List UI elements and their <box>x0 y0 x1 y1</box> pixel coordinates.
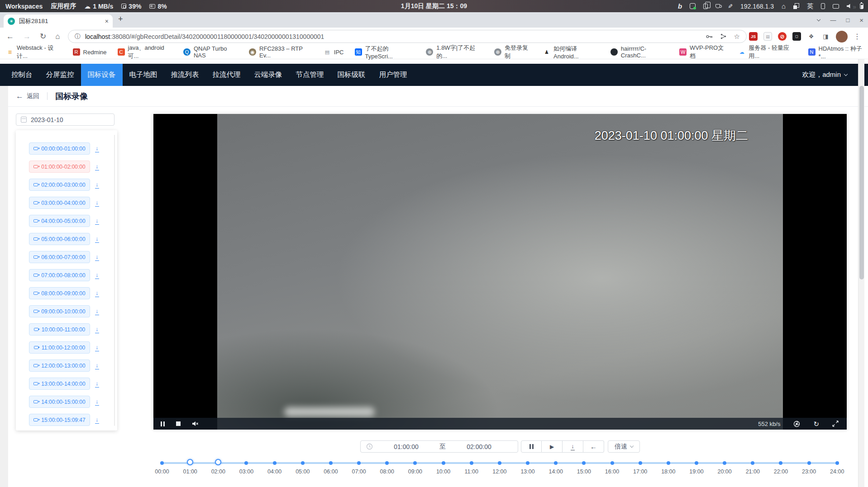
segment-download-button[interactable]: ↓ <box>95 398 99 406</box>
password-key-icon[interactable] <box>706 34 713 39</box>
bookmark-item[interactable]: ⊕ 1.8W字|了不起的... <box>426 44 483 60</box>
timeline-hour-dot[interactable] <box>301 461 305 465</box>
list-scrollbar[interactable] <box>114 135 115 426</box>
bookmark-item[interactable]: R Redmine <box>73 48 107 56</box>
segment-button[interactable]: 15:00:00-15:09:47 <box>29 414 90 426</box>
site-info-icon[interactable]: ⓘ <box>75 33 81 41</box>
scrollbar-thumb[interactable] <box>859 86 864 279</box>
nav-item[interactable]: 分屏监控 <box>39 64 81 86</box>
timeline-hour-dot[interactable] <box>357 461 361 465</box>
color-picker-icon[interactable]: ✎ <box>727 4 734 9</box>
bookmark-item[interactable]: ⊕ 免登录复制 <box>494 44 532 60</box>
window-minimize-icon[interactable]: — <box>830 17 836 24</box>
segment-button[interactable]: 07:00:00-08:00:00 <box>29 269 90 281</box>
segment-button[interactable]: 08:00:00-09:00:00 <box>29 287 90 299</box>
share-icon[interactable] <box>720 33 726 39</box>
nav-item[interactable]: 推流列表 <box>164 64 206 86</box>
coffee-cup-icon[interactable] <box>715 4 720 8</box>
timeline-hour-dot[interactable] <box>554 461 558 465</box>
segment-download-button[interactable]: ↓ <box>95 380 99 388</box>
timeline-handle-end[interactable] <box>215 459 221 465</box>
bookmark-item[interactable]: W WVP-PRO文档 <box>679 44 727 60</box>
side-panel-icon[interactable]: ◨ <box>821 32 830 41</box>
segment-button[interactable]: 03:00:00-04:00:00 <box>29 197 90 209</box>
timeline-hour-dot[interactable] <box>582 461 586 465</box>
timeline-hour-dot[interactable] <box>273 461 277 465</box>
battery-icon[interactable] <box>860 3 863 9</box>
tray-app-icon-b[interactable]: b <box>678 2 682 10</box>
fullscreen-icon[interactable] <box>832 421 839 427</box>
nav-item[interactable]: 节点管理 <box>289 64 331 86</box>
nav-item[interactable]: 国标设备 <box>81 64 123 86</box>
player-pause-icon[interactable] <box>161 421 165 426</box>
address-bar[interactable]: ⓘ localhost:38080/#/gbRecordDetail/34020… <box>68 30 747 43</box>
segment-download-button[interactable]: ↓ <box>95 145 99 152</box>
nav-item[interactable]: 控制台 <box>5 64 39 86</box>
input-method-indicator[interactable]: 英 <box>807 2 813 10</box>
segment-download-button[interactable]: ↓ <box>95 271 99 279</box>
nav-item[interactable]: 国标级联 <box>331 64 372 86</box>
bookmark-item[interactable]: ♟ 如何编译Android... <box>543 45 600 60</box>
player-stop-icon[interactable] <box>176 421 181 426</box>
timeline-hour-dot[interactable] <box>751 461 754 465</box>
segment-button[interactable]: 01:00:00-02:00:00 <box>29 161 90 173</box>
video-player[interactable]: 2023-01-10 01:00:00 星期二 552 kb/s ↻ <box>153 114 847 430</box>
bookmark-item[interactable]: Q QNAP Turbo NAS <box>183 45 238 59</box>
timeline-hour-dot[interactable] <box>413 461 417 465</box>
segment-download-button[interactable]: ↓ <box>95 181 99 189</box>
bookmark-item[interactable]: 知 了不起的 TypeScri... <box>355 45 415 60</box>
display-icon[interactable] <box>833 4 839 9</box>
reload-icon[interactable]: ↻ <box>40 32 46 41</box>
ip-address-indicator[interactable]: 192.168.1.3 <box>740 3 774 10</box>
download-button[interactable]: ↓ <box>563 440 583 453</box>
segment-button[interactable]: 00:00:00-01:00:00 <box>29 142 90 155</box>
play-button[interactable]: ▶ <box>542 440 563 453</box>
volume-icon[interactable] <box>847 4 852 9</box>
nav-item[interactable]: 云端录像 <box>248 64 289 86</box>
segment-download-button[interactable]: ↓ <box>95 253 99 261</box>
bookmark-item[interactable]: C java、android可... <box>118 44 172 60</box>
profile-avatar[interactable] <box>836 31 848 43</box>
bookmark-item[interactable]: hairrrrr/C-CrashC... <box>610 45 668 59</box>
new-tab-button[interactable]: + <box>118 14 123 24</box>
segment-button[interactable]: 12:00:00-13:00:00 <box>29 359 90 372</box>
bookmark-item[interactable]: ◉ RFC2833 – RTP Ev... <box>249 45 313 59</box>
windows-overlap-icon[interactable] <box>793 3 799 9</box>
window-maximize-icon[interactable]: □ <box>846 17 849 24</box>
timeline-hour-dot[interactable] <box>610 461 614 465</box>
segment-download-button[interactable]: ↓ <box>95 344 99 351</box>
browser-home-icon[interactable]: ⌂ <box>55 32 60 41</box>
speed-button[interactable]: 倍速 <box>608 440 640 453</box>
applications-menu[interactable]: 应用程序 <box>51 2 76 10</box>
end-time-value[interactable]: 02:00:00 <box>446 443 512 450</box>
segment-button[interactable]: 10:00:00-11:00:00 <box>29 323 90 336</box>
date-picker[interactable]: 2023-01-10 <box>16 113 114 126</box>
timeline-hour-dot[interactable] <box>244 461 248 465</box>
screenshot-extension-icon[interactable]: ◻ <box>792 32 801 41</box>
timeline-hour-dot[interactable] <box>526 461 529 465</box>
segment-button[interactable]: 02:00:00-03:00:00 <box>29 179 90 191</box>
back-button[interactable]: ← 返回 <box>16 92 39 100</box>
segment-download-button[interactable]: ↓ <box>95 217 99 225</box>
timeline-hour-dot[interactable] <box>639 461 642 465</box>
pause-button[interactable] <box>521 440 542 453</box>
timeline-hour-dot[interactable] <box>329 461 333 465</box>
bookmark-item[interactable]: ▤ IPC <box>324 48 344 56</box>
bookmark-item[interactable]: ☁ 服务器 - 轻量应用... <box>738 44 797 60</box>
nav-item[interactable]: 用户管理 <box>372 64 414 86</box>
bookmarks-overflow-chevron[interactable]: » <box>853 3 856 10</box>
home-icon[interactable]: ⌂ <box>782 2 786 10</box>
timeline-hour-dot[interactable] <box>723 461 726 465</box>
timeline-handle-start[interactable] <box>187 459 193 465</box>
adblock-extension-icon[interactable]: ⊘ <box>778 32 787 41</box>
snapshot-icon[interactable] <box>793 421 800 427</box>
browser-tab[interactable]: ∗ 国标28181 × <box>4 14 113 28</box>
tab-close-icon[interactable]: × <box>105 18 109 25</box>
segment-download-button[interactable]: ↓ <box>95 289 99 297</box>
browser-menu-icon[interactable]: ⋮ <box>854 32 861 41</box>
segment-download-button[interactable]: ↓ <box>95 163 99 170</box>
segment-download-button[interactable]: ↓ <box>95 362 99 369</box>
bookmark-item[interactable]: N HDAtmos :: 种子 *... <box>808 45 868 60</box>
segment-button[interactable]: 11:00:00-12:00:00 <box>29 341 90 354</box>
phone-link-icon[interactable] <box>821 3 825 9</box>
